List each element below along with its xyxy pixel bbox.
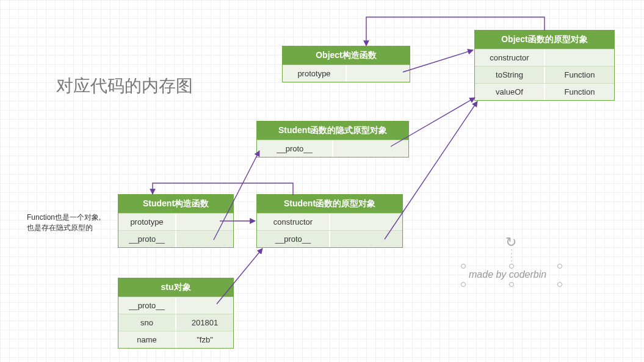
cell-val: "fzb"	[175, 331, 233, 348]
cell-val: Function	[544, 67, 614, 83]
cell-val	[332, 140, 408, 157]
selection-handle[interactable]	[509, 282, 514, 287]
watermark-text[interactable]: made by coderbin	[469, 269, 546, 280]
box-header: Object函数的原型对象	[475, 31, 614, 49]
box-student-prototype: Student函数的原型对象 constructor __proto__	[256, 194, 403, 248]
table-row: prototype	[118, 213, 233, 230]
table-row: __proto__	[118, 230, 233, 247]
rotate-handle-icon[interactable]: ↻	[505, 234, 516, 250]
cell-val	[346, 65, 410, 82]
cell-key: constructor	[475, 49, 544, 66]
cell-val	[544, 49, 614, 66]
table-row: __proto__	[118, 297, 233, 314]
table-row: toString Function	[475, 66, 614, 83]
cell-key: prototype	[283, 65, 346, 82]
cell-val	[175, 297, 233, 314]
cell-key: __proto__	[257, 231, 329, 247]
cell-key: name	[118, 331, 175, 348]
cell-val	[175, 214, 233, 230]
box-header: Student函数的原型对象	[257, 195, 402, 213]
table-row: __proto__	[257, 230, 402, 247]
selection-handle[interactable]	[461, 282, 466, 287]
box-object-constructor: Object构造函数 prototype	[282, 46, 410, 82]
table-row: sno 201801	[118, 314, 233, 331]
table-row: name "fzb"	[118, 331, 233, 348]
diagram-title: 对应代码的内存图	[56, 74, 193, 98]
cell-key: sno	[118, 314, 175, 331]
box-header: Student构造函数	[118, 195, 233, 213]
selection-handle[interactable]	[557, 282, 562, 287]
table-row: __proto__	[257, 140, 408, 157]
box-header: Object构造函数	[283, 46, 410, 65]
cell-val: 201801	[175, 314, 233, 331]
cell-key: constructor	[257, 214, 329, 230]
selection-handle[interactable]	[509, 264, 514, 269]
box-student-implicit-proto: Student函数的隐式原型对象 __proto__	[256, 121, 409, 157]
cell-val: Function	[544, 84, 614, 100]
box-stu-instance: stu对象 __proto__ sno 201801 name "fzb"	[118, 278, 234, 349]
selection-handle[interactable]	[461, 264, 466, 269]
box-header: Student函数的隐式原型对象	[257, 121, 408, 140]
table-row: prototype	[283, 65, 410, 82]
cell-key: __proto__	[257, 140, 332, 157]
cell-key: prototype	[118, 214, 175, 230]
box-student-constructor: Student构造函数 prototype __proto__	[118, 194, 234, 248]
table-row: constructor	[257, 213, 402, 230]
cell-val	[175, 231, 233, 247]
cell-key: __proto__	[118, 231, 175, 247]
cell-key: toString	[475, 67, 544, 83]
box-object-prototype: Object函数的原型对象 constructor toString Funct…	[474, 30, 615, 101]
function-note: Function也是一个对象, 也是存在隐式原型的	[27, 212, 101, 233]
cell-key: valueOf	[475, 84, 544, 100]
table-row: constructor	[475, 49, 614, 66]
table-row: valueOf Function	[475, 83, 614, 100]
cell-key: __proto__	[118, 297, 175, 314]
selection-handle[interactable]	[557, 264, 562, 269]
cell-val	[329, 231, 402, 247]
cell-val	[329, 214, 402, 230]
box-header: stu对象	[118, 278, 233, 297]
